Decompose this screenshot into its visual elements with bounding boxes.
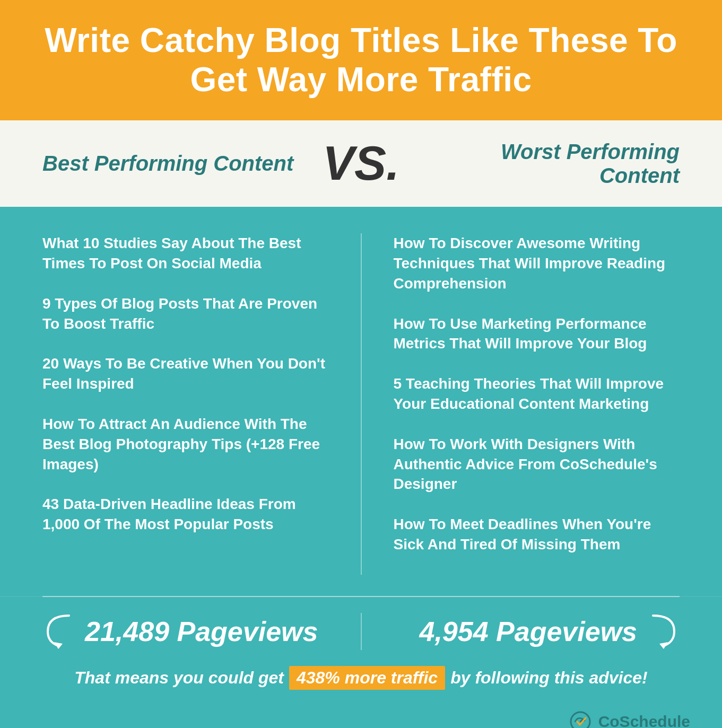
best-pageviews: 21,489 Pageviews <box>85 616 318 647</box>
logo-row: CoSchedule <box>0 706 722 728</box>
worst-pageviews: 4,954 Pageviews <box>419 616 637 647</box>
header-section: Write Catchy Blog Titles Like These To G… <box>0 0 722 120</box>
best-item-2: 9 Types Of Blog Posts That Are Proven To… <box>42 294 329 334</box>
worst-item-1: How To Discover Awesome Writing Techniqu… <box>394 233 680 293</box>
pageviews-row: 21,489 Pageviews 4,954 Pageviews <box>0 597 722 661</box>
best-item-5: 43 Data-Driven Headline Ideas From 1,000… <box>42 494 329 534</box>
vs-text: VS. <box>301 136 421 191</box>
vs-row: Best Performing Content VS. Worst Perfor… <box>0 120 722 207</box>
tagline-before: That means you could get <box>74 668 284 688</box>
tagline-after: by following this advice! <box>450 668 648 688</box>
tagline-highlight: 438% more traffic <box>289 666 445 690</box>
pageviews-right: 4,954 Pageviews <box>362 613 680 650</box>
best-item-4: How To Attract An Audience With The Best… <box>42 414 329 474</box>
main-title: Write Catchy Blog Titles Like These To G… <box>42 21 680 99</box>
arrow-left-icon <box>42 613 74 650</box>
coschedule-logo-icon <box>570 711 591 728</box>
worst-performing-list: How To Discover Awesome Writing Techniqu… <box>362 233 680 575</box>
arrow-right-icon <box>648 613 680 650</box>
worst-item-4: How To Work With Designers With Authenti… <box>394 434 680 494</box>
best-performing-list: What 10 Studies Say About The Best Times… <box>42 233 362 575</box>
best-item-1: What 10 Studies Say About The Best Times… <box>42 233 329 274</box>
logo-text: CoSchedule <box>598 713 690 728</box>
tagline-row: That means you could get 438% more traff… <box>0 661 722 706</box>
worst-item-5: How To Meet Deadlines When You're Sick A… <box>394 514 680 555</box>
worst-item-2: How To Use Marketing Performance Metrics… <box>394 314 680 354</box>
worst-performing-label: Worst Performing Content <box>421 140 680 188</box>
svg-point-2 <box>571 712 590 728</box>
worst-item-3: 5 Teaching Theories That Will Improve Yo… <box>394 374 680 414</box>
content-area: What 10 Studies Say About The Best Times… <box>0 207 722 596</box>
best-item-3: 20 Ways To Be Creative When You Don't Fe… <box>42 354 329 394</box>
pageviews-left: 21,489 Pageviews <box>42 613 362 650</box>
best-performing-label: Best Performing Content <box>42 152 301 176</box>
